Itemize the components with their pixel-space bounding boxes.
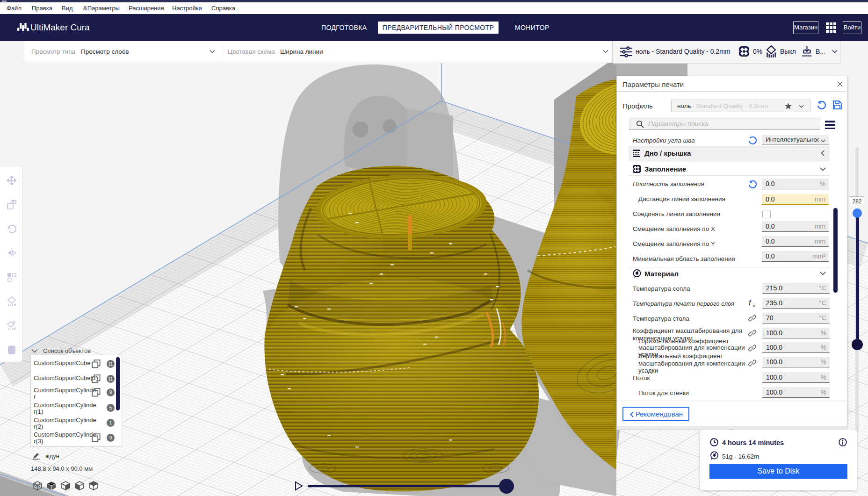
svg-text:f: f bbox=[749, 299, 752, 307]
svg-text:x: x bbox=[753, 303, 755, 308]
